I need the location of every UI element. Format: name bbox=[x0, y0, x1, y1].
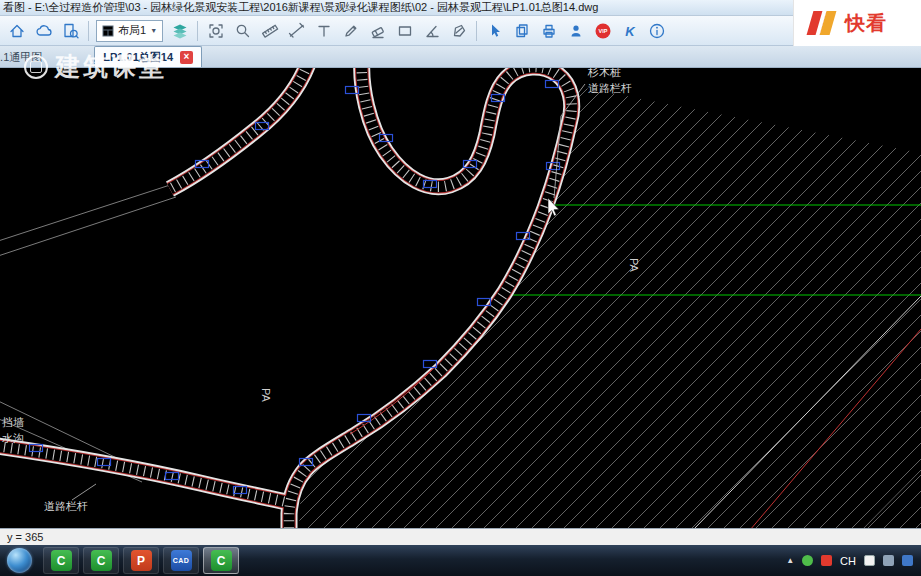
cad-green-icon: C bbox=[91, 550, 112, 571]
user-account-icon[interactable] bbox=[562, 19, 589, 43]
layout-dropdown[interactable]: 布局1 ▼ bbox=[96, 20, 163, 42]
find-drawing-icon[interactable] bbox=[57, 19, 84, 43]
svg-text:VIP: VIP bbox=[598, 28, 607, 34]
label-pa-left: PA bbox=[260, 388, 272, 403]
cad-drawing: 杉木桩 道路栏杆 PA PA 挡墙 水沟 道路栏杆 bbox=[0, 68, 921, 528]
wall-ditch-lines bbox=[0, 185, 176, 482]
tray-input-method-icon[interactable] bbox=[864, 555, 875, 566]
label-pile: 杉木桩 bbox=[587, 68, 621, 78]
rectangle-tool-icon[interactable] bbox=[391, 19, 418, 43]
taskbar-app-cad-green-active[interactable]: C bbox=[203, 547, 239, 574]
label-railing-top: 道路栏杆 bbox=[588, 82, 632, 94]
title-bar: 看图 - E:\全过程造价管理\03 - 园林绿化景观安装工程\2016新课程\… bbox=[0, 0, 921, 16]
tray-network-icon[interactable] bbox=[902, 555, 913, 566]
zoom-icon[interactable] bbox=[229, 19, 256, 43]
label-ditch: 水沟 bbox=[2, 432, 24, 444]
measure-ruler-icon[interactable] bbox=[256, 19, 283, 43]
document-tab-bar: 1.1通甲图 LP1.01总图14 × bbox=[0, 46, 921, 68]
start-button[interactable] bbox=[7, 548, 32, 573]
cloud-icon[interactable] bbox=[30, 19, 57, 43]
brand-logo: 快看 bbox=[793, 0, 921, 46]
taskbar-app-powerpoint[interactable]: P bbox=[123, 547, 159, 574]
home-icon[interactable] bbox=[3, 19, 30, 43]
select-arrow-icon[interactable] bbox=[481, 19, 508, 43]
powerpoint-icon: P bbox=[131, 550, 152, 571]
angle-measure-icon[interactable] bbox=[418, 19, 445, 43]
tray-antivirus-icon[interactable] bbox=[802, 555, 813, 566]
zoom-extents-icon[interactable] bbox=[202, 19, 229, 43]
label-railing-bottom: 道路栏杆 bbox=[44, 500, 88, 512]
cad-green-icon: C bbox=[51, 550, 72, 571]
status-bar: y = 365 bbox=[0, 528, 921, 545]
toolbar-separator bbox=[88, 21, 89, 41]
cad-canvas[interactable]: 杉木桩 道路栏杆 PA PA 挡墙 水沟 道路栏杆 bbox=[0, 68, 921, 528]
taskbar-app-cad-green-2[interactable]: C bbox=[83, 547, 119, 574]
language-indicator[interactable]: CH bbox=[840, 555, 856, 567]
tab-label: LP1.01总图14 bbox=[103, 50, 173, 65]
brand-mark-icon bbox=[808, 9, 838, 37]
taskbar-app-cad-green-1[interactable]: C bbox=[43, 547, 79, 574]
tray-volume-icon[interactable] bbox=[883, 555, 894, 566]
main-toolbar: 布局1 ▼ bbox=[0, 16, 921, 46]
layout-dropdown-value: 布局1 bbox=[118, 23, 146, 38]
cad-blue-icon: CAD bbox=[171, 550, 192, 571]
label-pa-right: PA bbox=[628, 258, 640, 273]
copy-icon[interactable] bbox=[508, 19, 535, 43]
chevron-down-icon: ▼ bbox=[150, 27, 157, 34]
brand-text: 快看 bbox=[845, 10, 887, 37]
svg-text:K: K bbox=[625, 23, 636, 38]
vip-badge-icon[interactable]: VIP bbox=[589, 19, 616, 43]
system-tray: ▲ CH bbox=[786, 555, 921, 567]
app-window: 看图 - E:\全过程造价管理\03 - 园林绿化景观安装工程\2016新课程\… bbox=[0, 0, 921, 576]
print-icon[interactable] bbox=[535, 19, 562, 43]
cad-green-icon: C bbox=[211, 550, 232, 571]
area-measure-icon[interactable] bbox=[445, 19, 472, 43]
windows-taskbar: C C P CAD C ▲ CH bbox=[0, 545, 921, 576]
taskbar-app-cad-blue[interactable]: CAD bbox=[163, 547, 199, 574]
layers-icon[interactable] bbox=[166, 19, 193, 43]
label-wall: 挡墙 bbox=[2, 416, 24, 428]
layout-grid-icon bbox=[102, 25, 114, 37]
pencil-icon[interactable] bbox=[337, 19, 364, 43]
tray-kuaikan-icon[interactable] bbox=[821, 555, 832, 566]
tab-close-icon[interactable]: × bbox=[180, 51, 193, 64]
eraser-icon[interactable] bbox=[364, 19, 391, 43]
text-tool-icon[interactable] bbox=[310, 19, 337, 43]
tab-drawing-active[interactable]: LP1.01总图14 × bbox=[94, 46, 202, 67]
k-brand-icon[interactable]: K bbox=[616, 19, 643, 43]
toolbar-separator bbox=[197, 21, 198, 41]
measure-distance-icon[interactable] bbox=[283, 19, 310, 43]
coordinate-readout: y = 365 bbox=[7, 531, 43, 543]
window-title: 看图 - E:\全过程造价管理\03 - 园林绿化景观安装工程\2016新课程\… bbox=[3, 0, 598, 15]
toolbar-separator bbox=[476, 21, 477, 41]
info-icon[interactable] bbox=[643, 19, 670, 43]
tab-drawing-1[interactable]: 1.1通甲图 bbox=[0, 47, 50, 67]
tray-expand-icon[interactable]: ▲ bbox=[786, 556, 794, 565]
